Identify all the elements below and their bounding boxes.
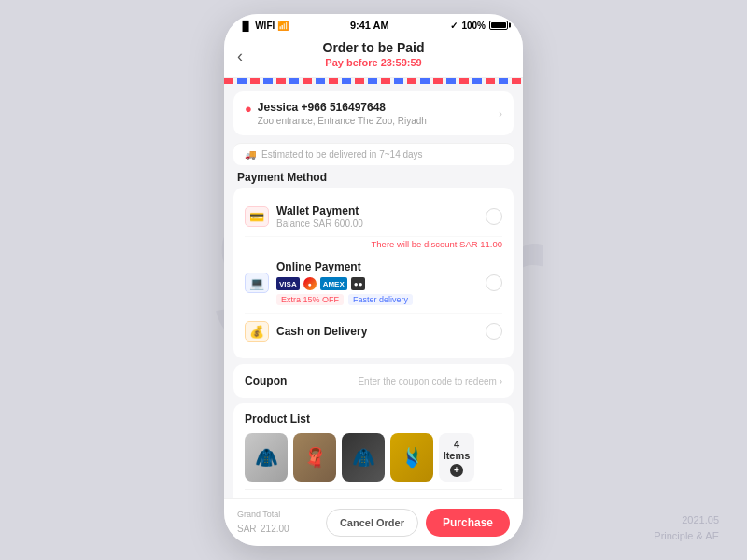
grand-total: Grand Total SAR 212.00	[237, 510, 289, 536]
wallet-payment-left: 💳 Wallet Payment Balance SAR 600.00	[245, 204, 363, 229]
header: ‹ Order to be Paid Pay before 23:59:59	[224, 35, 523, 78]
items-count-badge: 4 Items +	[439, 433, 474, 482]
product-thumbnails: 🧥 🧣 🧥 🩱 4 Items +	[245, 433, 502, 482]
footer: Grand Total SAR 212.00 Cancel Order Purc…	[224, 498, 523, 546]
wallet-info: Wallet Payment Balance SAR 600.00	[276, 204, 363, 229]
coupon-label: Coupon	[245, 374, 287, 387]
cash-payment-option[interactable]: 💰 Cash on Delivery	[245, 314, 502, 349]
coupon-input-placeholder: Enter the coupon code to redeem ›	[358, 376, 502, 386]
cancel-order-button[interactable]: Cancel Order	[326, 509, 418, 537]
cash-payment-left: 💰 Cash on Delivery	[245, 321, 367, 342]
watermark: 2021.05 Principle & AE	[654, 512, 719, 543]
address-chevron-icon: ›	[499, 107, 502, 120]
pay-before-text: Pay before	[325, 57, 377, 68]
visa-icon: VISA	[276, 277, 300, 290]
countdown-timer: 23:59:59	[381, 57, 422, 68]
main-content: ● Jessica +966 516497648 Zoo entrance, E…	[224, 84, 523, 498]
delivery-estimate: 🚚 Estimated to be delivered in 7~14 days	[233, 143, 514, 165]
payment-section-title: Payment Method	[237, 171, 510, 184]
battery-fill	[491, 22, 506, 28]
product-thumb-1: 🧥	[245, 433, 288, 482]
online-info: Online Payment VISA ● AMEX ●● Extra 15% …	[276, 260, 413, 305]
time-display: 9:41 AM	[350, 20, 389, 31]
wallet-payment-option[interactable]: 💳 Wallet Payment Balance SAR 600.00	[245, 197, 502, 237]
status-bar: ▐▌ WIFI 📶 9:41 AM ✓ 100%	[224, 14, 523, 35]
cash-icon: 💰	[245, 321, 269, 342]
recipient-name: Jessica +966 516497648	[258, 101, 427, 114]
signal-area: ▐▌ WIFI 📶	[239, 21, 289, 31]
plus-icon: +	[450, 464, 463, 477]
purchase-button[interactable]: Purchase	[426, 509, 510, 537]
watermark-date: 2021.05	[654, 512, 719, 528]
product-list-section: Product List 🧥 🧣 🧥 🩱 4 Items + Number of…	[233, 403, 514, 498]
product-list-title: Product List	[245, 413, 502, 426]
pay-before-label: Pay before 23:59:59	[224, 57, 523, 68]
cash-radio[interactable]	[486, 323, 502, 340]
back-button[interactable]: ‹	[237, 47, 243, 66]
online-payment-option[interactable]: 💻 Online Payment VISA ● AMEX ●● Extra 15…	[245, 253, 502, 314]
wallet-discount: There will be discount SAR 11.00	[245, 239, 502, 249]
watermark-app: Principle & AE	[654, 528, 719, 544]
currency-label: SAR	[237, 524, 257, 534]
amex-icon: AMEX	[320, 277, 347, 290]
delivery-truck-icon: 🚚	[245, 149, 256, 160]
wifi-label: WIFI	[255, 21, 275, 31]
discount-tag: Extra 15% OFF	[276, 294, 344, 305]
wallet-radio[interactable]	[486, 208, 502, 225]
page-title: Order to be Paid	[224, 40, 523, 55]
footer-buttons: Cancel Order Purchase	[326, 509, 510, 537]
signal-bars: ▐▌	[239, 21, 252, 31]
items-number: 4	[454, 439, 459, 450]
online-name: Online Payment	[276, 260, 413, 273]
grand-total-amount: SAR 212.00	[237, 519, 289, 536]
faster-delivery-tag: Faster delivery	[348, 294, 413, 305]
wallet-icon: 💳	[245, 206, 269, 227]
online-payment-left: 💻 Online Payment VISA ● AMEX ●● Extra 15…	[245, 260, 413, 305]
wallet-balance: Balance SAR 600.00	[276, 218, 363, 229]
product-thumb-2: 🧣	[293, 433, 336, 482]
bluetooth-icon: ✓	[450, 21, 458, 31]
coupon-row[interactable]: Coupon Enter the coupon code to redeem ›	[233, 364, 514, 398]
online-radio[interactable]	[486, 274, 502, 291]
online-extras: Extra 15% OFF Faster delivery	[276, 294, 413, 305]
goods-count-row: Number of goods x4	[245, 489, 502, 498]
battery-percent: 100%	[461, 21, 486, 31]
phone-frame: ▐▌ WIFI 📶 9:41 AM ✓ 100% ‹ Order to be P…	[224, 14, 523, 546]
cash-info: Cash on Delivery	[276, 325, 367, 338]
items-label: Items	[444, 450, 471, 461]
address-card[interactable]: ● Jessica +966 516497648 Zoo entrance, E…	[233, 91, 514, 135]
payment-options-card: 💳 Wallet Payment Balance SAR 600.00 Ther…	[233, 188, 514, 358]
wifi-icon: 📶	[277, 21, 289, 31]
battery-icon	[489, 21, 508, 30]
battery-area: ✓ 100%	[450, 21, 508, 31]
card-icons: VISA ● AMEX ●●	[276, 277, 413, 290]
product-thumb-4: 🩱	[390, 433, 433, 482]
delivery-text: Estimated to be delivered in 7~14 days	[261, 149, 423, 160]
other-card-icon: ●●	[351, 277, 366, 290]
address-details: Jessica +966 516497648 Zoo entrance, Ent…	[258, 101, 427, 126]
wallet-name: Wallet Payment	[276, 204, 363, 217]
address-info: ● Jessica +966 516497648 Zoo entrance, E…	[245, 101, 499, 126]
amount-value: 212.00	[261, 524, 289, 534]
mastercard-icon: ●	[303, 277, 317, 290]
online-icon: 💻	[245, 273, 269, 293]
product-thumb-3: 🧥	[342, 433, 385, 482]
cash-name: Cash on Delivery	[276, 325, 367, 338]
grand-total-label: Grand Total	[237, 510, 289, 519]
address-text: Zoo entrance, Entrance The Zoo, Riyadh	[258, 116, 427, 126]
pin-icon: ●	[245, 102, 252, 116]
